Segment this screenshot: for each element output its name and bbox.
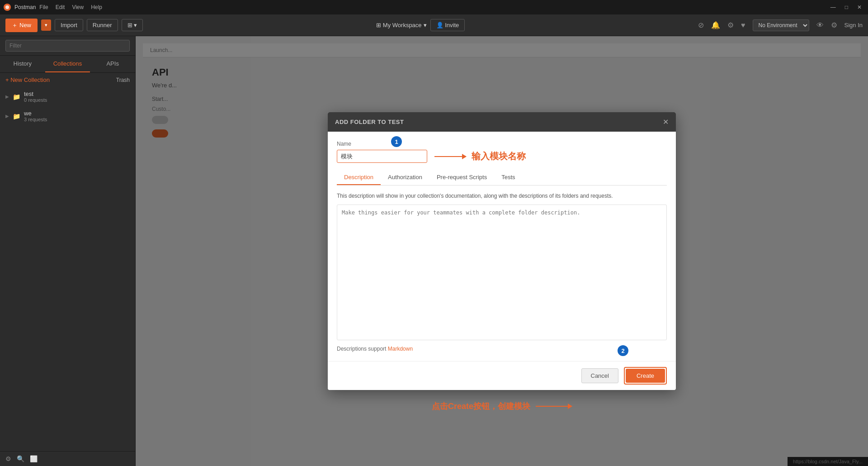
titlebar: Postman File Edit View Help — □ ✕ (0, 0, 868, 14)
trash-button[interactable]: Trash (116, 77, 130, 83)
desc-info-text: This description will show in your colle… (337, 193, 667, 199)
list-item[interactable]: ▶ 📁 test 0 requests (0, 87, 135, 106)
tab-description[interactable]: Description (337, 170, 381, 185)
chevron-down-icon: ▾ (424, 22, 427, 29)
filter-input[interactable] (5, 40, 130, 52)
collection-count: 3 requests (24, 117, 47, 122)
add-folder-modal: ADD FOLDER TO TEST ✕ Name 1 (328, 112, 676, 390)
menu-file[interactable]: File (39, 4, 48, 10)
minimize-button[interactable]: — (828, 3, 839, 11)
sidebar: History Collections APIs + New Collectio… (0, 36, 136, 466)
sidebar-tabs: History Collections APIs (0, 56, 135, 73)
grid-icon: ⊞ (376, 22, 381, 29)
person-icon: 👤 (436, 22, 443, 29)
invite-button[interactable]: 👤 Invite (430, 19, 465, 31)
step1-badge: 1 (391, 136, 402, 147)
modal-overlay: ADD FOLDER TO TEST ✕ Name 1 (136, 36, 868, 466)
tab-authorization[interactable]: Authorization (381, 170, 429, 185)
description-textarea[interactable] (337, 204, 667, 340)
titlebar-left: Postman File Edit View Help (4, 4, 102, 11)
annotation-text-2: 点击Create按钮，创建模块 (432, 401, 530, 412)
eye-icon[interactable]: 👁 (816, 21, 824, 29)
name-field-row: 1 输入模块名称 (337, 150, 667, 163)
sidebar-search-area (0, 36, 135, 56)
app-title: Postman (14, 4, 36, 10)
main-layout: History Collections APIs + New Collectio… (0, 36, 868, 466)
environment-selector[interactable]: No Environment (753, 19, 809, 31)
tab-pre-request-scripts[interactable]: Pre-request Scripts (429, 170, 494, 185)
main-toolbar: ＋ New ▾ Import Runner ⊞ ▾ ⊞ My Workspace… (0, 14, 868, 36)
create-button-wrapper: Create (624, 367, 667, 385)
svg-point-0 (5, 5, 9, 9)
tab-apis[interactable]: APIs (90, 56, 135, 72)
step2-badge: 2 (618, 345, 628, 356)
heart-icon[interactable]: ♥ (741, 21, 745, 29)
content-area: Launch... API We're d... Start... Custo.… (136, 36, 868, 466)
sidebar-actions: + New Collection Trash (0, 73, 135, 87)
new-button[interactable]: ＋ New (5, 19, 38, 32)
menu-help[interactable]: Help (91, 4, 102, 10)
maximize-button[interactable]: □ (842, 3, 851, 11)
annotation-2: 点击Create按钮，创建模块 (432, 401, 572, 412)
collection-name: test (24, 90, 47, 97)
menu-edit[interactable]: Edit (56, 4, 65, 10)
new-dropdown-button[interactable]: ▾ (41, 19, 51, 31)
modal-header: ADD FOLDER TO TEST ✕ (328, 112, 676, 132)
list-item[interactable]: ▶ 📁 we 3 requests (0, 106, 135, 126)
collection-info: we 3 requests (24, 110, 47, 122)
modal-body: Name 1 输入模块名称 (328, 132, 676, 361)
import-button[interactable]: Import (55, 19, 83, 31)
workspace-button[interactable]: ⊞ My Workspace ▾ (376, 22, 427, 29)
plus-icon: ＋ (12, 21, 18, 29)
expand-icon: ▶ (5, 94, 9, 99)
new-collection-button[interactable]: + New Collection (5, 76, 50, 83)
window-controls: — □ ✕ (828, 3, 864, 11)
menu-bar: File Edit View Help (39, 4, 102, 10)
runner-button[interactable]: Runner (87, 19, 118, 31)
tab-tests[interactable]: Tests (494, 170, 522, 185)
settings-bottom-icon[interactable]: ⚙ (5, 455, 11, 462)
create-button[interactable]: Create (626, 369, 665, 383)
name-label: Name (337, 141, 667, 147)
modal-footer: 2 Cancel Create (328, 361, 676, 390)
folder-icon: 📁 (13, 113, 20, 120)
collection-name: we (24, 110, 47, 117)
folder-name-input[interactable] (337, 150, 427, 163)
annotation-text-1: 输入模块名称 (472, 150, 526, 162)
console-bottom-icon[interactable]: ⬜ (30, 455, 38, 462)
gear-icon[interactable]: ⚙ (831, 21, 837, 29)
tab-collections[interactable]: Collections (45, 56, 90, 72)
cancel-button[interactable]: Cancel (581, 368, 618, 383)
search-icon[interactable]: ⊘ (698, 21, 704, 29)
toolbar-right: ⊘ 🔔 ⚙ ♥ No Environment 👁 ⚙ Sign In (698, 19, 863, 31)
collection-info: test 0 requests (24, 90, 47, 103)
search-bottom-icon[interactable]: 🔍 (17, 455, 24, 462)
sidebar-bottom: ⚙ 🔍 ⬜ (0, 451, 135, 466)
layout-button[interactable]: ⊞ ▾ (122, 19, 143, 31)
modal-close-button[interactable]: ✕ (663, 118, 669, 126)
close-button[interactable]: ✕ (854, 3, 864, 11)
folder-icon: 📁 (13, 93, 20, 100)
notifications-icon[interactable]: 🔔 (711, 21, 720, 29)
new-button-label: New (19, 22, 31, 29)
settings-icon[interactable]: ⚙ (727, 21, 734, 29)
app-icon (4, 4, 11, 11)
menu-view[interactable]: View (72, 4, 84, 10)
invite-label: Invite (445, 22, 459, 29)
signin-button[interactable]: Sign In (844, 22, 863, 29)
modal-tabs: Description Authorization Pre-request Sc… (337, 170, 667, 185)
markdown-label-text: Descriptions support (337, 346, 386, 352)
annotation-1: 输入模块名称 (434, 150, 526, 162)
toolbar-center: ⊞ My Workspace ▾ 👤 Invite (146, 19, 694, 31)
collection-count: 0 requests (24, 97, 47, 103)
markdown-link[interactable]: Markdown (388, 346, 413, 352)
tab-history[interactable]: History (0, 56, 45, 72)
expand-icon: ▶ (5, 114, 9, 119)
modal-title: ADD FOLDER TO TEST (335, 119, 404, 125)
workspace-label: My Workspace (383, 22, 422, 29)
